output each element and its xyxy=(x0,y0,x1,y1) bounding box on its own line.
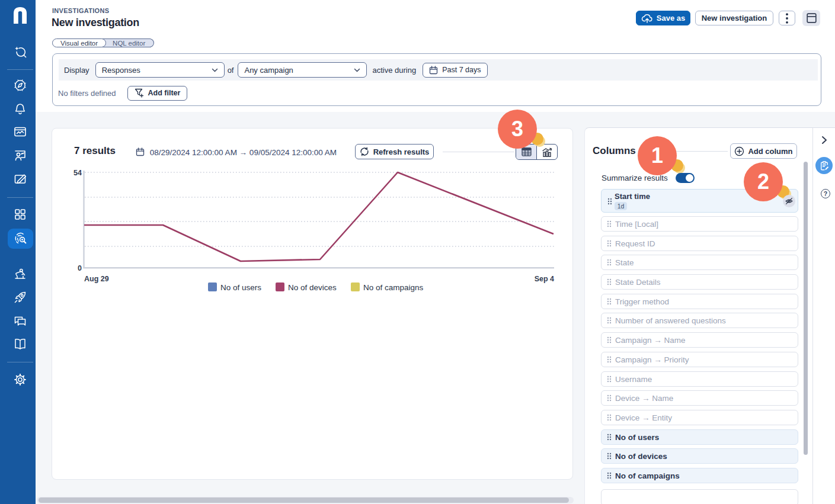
svg-text:54: 54 xyxy=(73,169,82,177)
svg-text:No of campaigns: No of campaigns xyxy=(363,283,424,292)
svg-text:Aug 29: Aug 29 xyxy=(84,275,109,283)
svg-text:No of devices: No of devices xyxy=(288,283,337,292)
svg-text:0: 0 xyxy=(78,264,82,272)
svg-text:Sep 4: Sep 4 xyxy=(535,275,554,283)
svg-text:No of users: No of users xyxy=(220,283,261,292)
